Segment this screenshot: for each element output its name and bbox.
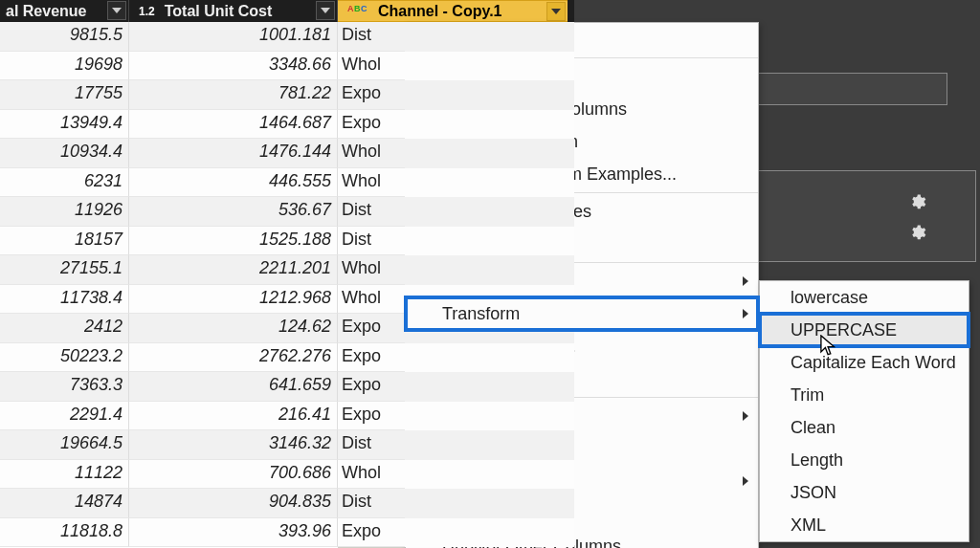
column-header-revenue[interactable]: al Revenue	[0, 0, 129, 22]
cell-channel[interactable]: Whol	[338, 285, 405, 315]
cell-cost[interactable]: 2211.201	[129, 255, 338, 285]
table-row[interactable]: 11818.8393.96Expo	[0, 518, 574, 548]
cell-channel[interactable]: Expo	[338, 110, 405, 140]
cell-channel[interactable]: Expo	[338, 518, 405, 548]
table-row[interactable]: 7363.3641.659Expo	[0, 372, 574, 402]
cell-channel[interactable]: Whol	[338, 52, 405, 81]
svg-text:B: B	[354, 4, 361, 13]
submenu-item-uppercase[interactable]: UPPERCASE	[760, 314, 969, 346]
column-label: Total Unit Cost	[165, 3, 273, 20]
cell-revenue[interactable]: 14874	[0, 489, 129, 518]
cell-cost[interactable]: 1476.144	[129, 139, 338, 168]
cell-revenue[interactable]: 19664.5	[0, 430, 129, 460]
table-row[interactable]: 14874904.835Dist	[0, 489, 574, 518]
cell-cost[interactable]: 1001.181	[129, 22, 338, 52]
cell-cost[interactable]: 124.62	[129, 314, 338, 343]
menu-label: Clean	[791, 418, 835, 438]
cell-channel[interactable]: Whol	[338, 460, 405, 490]
submenu-item-json[interactable]: JSON	[760, 476, 969, 509]
cell-cost[interactable]: 700.686	[129, 460, 338, 490]
column-label: Channel - Copy.1	[378, 3, 502, 20]
cell-channel[interactable]: Dist	[338, 430, 405, 460]
column-header-cost[interactable]: 1.2 Total Unit Cost	[129, 0, 338, 22]
submenu-item-clean[interactable]: Clean	[760, 411, 969, 444]
dropdown-icon[interactable]	[107, 1, 126, 20]
gear-icon[interactable]	[909, 224, 926, 241]
dropdown-icon[interactable]	[546, 2, 566, 21]
cell-revenue[interactable]: 13949.4	[0, 110, 129, 140]
table-row[interactable]: 2291.4216.41Expo	[0, 402, 574, 431]
cell-revenue[interactable]: 7363.3	[0, 372, 129, 402]
menu-label: Capitalize Each Word	[791, 353, 956, 373]
cell-cost[interactable]: 1525.188	[129, 227, 338, 256]
cell-cost[interactable]: 446.555	[129, 168, 338, 198]
cell-revenue[interactable]: 2291.4	[0, 402, 129, 431]
cell-cost[interactable]: 216.41	[129, 402, 338, 431]
table-row[interactable]: 196983348.66Whol	[0, 52, 574, 81]
svg-text:C: C	[361, 4, 368, 13]
cell-channel[interactable]: Expo	[338, 402, 405, 431]
cell-cost[interactable]: 536.67	[129, 197, 338, 227]
cell-channel[interactable]: Expo	[338, 80, 405, 110]
cell-cost[interactable]: 393.96	[129, 518, 338, 548]
cell-channel[interactable]: Expo	[338, 372, 405, 402]
table-row[interactable]: 50223.22762.276Expo	[0, 343, 574, 373]
cell-revenue[interactable]: 2412	[0, 314, 129, 343]
menu-label: lowercase	[791, 288, 868, 308]
submenu-item-capitalize[interactable]: Capitalize Each Word	[760, 346, 969, 379]
cell-revenue[interactable]: 11926	[0, 197, 129, 227]
cell-revenue[interactable]: 11818.8	[0, 518, 129, 548]
cell-revenue[interactable]: 18157	[0, 227, 129, 256]
submenu-item-lowercase[interactable]: lowercase	[760, 281, 969, 314]
cell-cost[interactable]: 2762.276	[129, 343, 338, 373]
table-row[interactable]: 17755781.22Expo	[0, 80, 574, 110]
table-row[interactable]: 11122700.686Whol	[0, 460, 574, 490]
column-header-channel[interactable]: ABC Channel - Copy.1	[338, 0, 568, 22]
cell-revenue[interactable]: 27155.1	[0, 255, 129, 285]
cell-channel[interactable]: Expo	[338, 343, 405, 373]
cell-revenue[interactable]: 50223.2	[0, 343, 129, 373]
cell-revenue[interactable]: 11738.4	[0, 285, 129, 315]
cell-cost[interactable]: 3146.32	[129, 430, 338, 460]
menu-item-transform[interactable]: Transform	[406, 297, 758, 330]
menu-label: Length	[791, 450, 843, 471]
cell-channel[interactable]: Expo	[338, 314, 405, 343]
cell-channel[interactable]: Dist	[338, 197, 405, 227]
cell-cost[interactable]: 904.835	[129, 489, 338, 518]
cell-cost[interactable]: 781.22	[129, 80, 338, 110]
table-row[interactable]: 9815.51001.181Dist	[0, 22, 574, 52]
svg-text:A: A	[347, 4, 354, 13]
gear-icon[interactable]	[909, 193, 926, 210]
cell-channel[interactable]: Whol	[338, 255, 405, 285]
cell-cost[interactable]: 1464.687	[129, 110, 338, 140]
cell-channel[interactable]: Dist	[338, 489, 405, 518]
cell-revenue[interactable]: 17755	[0, 80, 129, 110]
dropdown-icon[interactable]	[316, 1, 335, 20]
data-grid: al Revenue 1.2 Total Unit Cost ABC Chann…	[0, 0, 574, 548]
submenu-item-trim[interactable]: Trim	[760, 379, 969, 411]
table-row[interactable]: 27155.12211.201Whol	[0, 255, 574, 285]
properties-field-box	[756, 73, 947, 105]
table-row[interactable]: 10934.41476.144Whol	[0, 139, 574, 168]
cell-channel[interactable]: Whol	[338, 168, 405, 198]
datatype-decimal-icon: 1.2	[135, 3, 159, 20]
cell-channel[interactable]: Dist	[338, 227, 405, 256]
cell-revenue[interactable]: 9815.5	[0, 22, 129, 52]
menu-label: JSON	[791, 483, 836, 503]
table-row[interactable]: 19664.53146.32Dist	[0, 430, 574, 460]
submenu-item-xml[interactable]: XML	[760, 509, 969, 541]
submenu-item-length[interactable]: Length	[760, 444, 969, 476]
cell-revenue[interactable]: 19698	[0, 52, 129, 81]
table-row[interactable]: 11926536.67Dist	[0, 197, 574, 227]
cell-revenue[interactable]: 10934.4	[0, 139, 129, 168]
table-row[interactable]: 181571525.188Dist	[0, 227, 574, 256]
cell-channel[interactable]: Dist	[338, 22, 405, 52]
cell-revenue[interactable]: 11122	[0, 460, 129, 490]
table-row[interactable]: 13949.41464.687Expo	[0, 110, 574, 140]
cell-cost[interactable]: 641.659	[129, 372, 338, 402]
cell-cost[interactable]: 3348.66	[129, 52, 338, 81]
cell-revenue[interactable]: 6231	[0, 168, 129, 198]
cell-channel[interactable]: Whol	[338, 139, 405, 168]
cell-cost[interactable]: 1212.968	[129, 285, 338, 315]
table-row[interactable]: 6231446.555Whol	[0, 168, 574, 198]
